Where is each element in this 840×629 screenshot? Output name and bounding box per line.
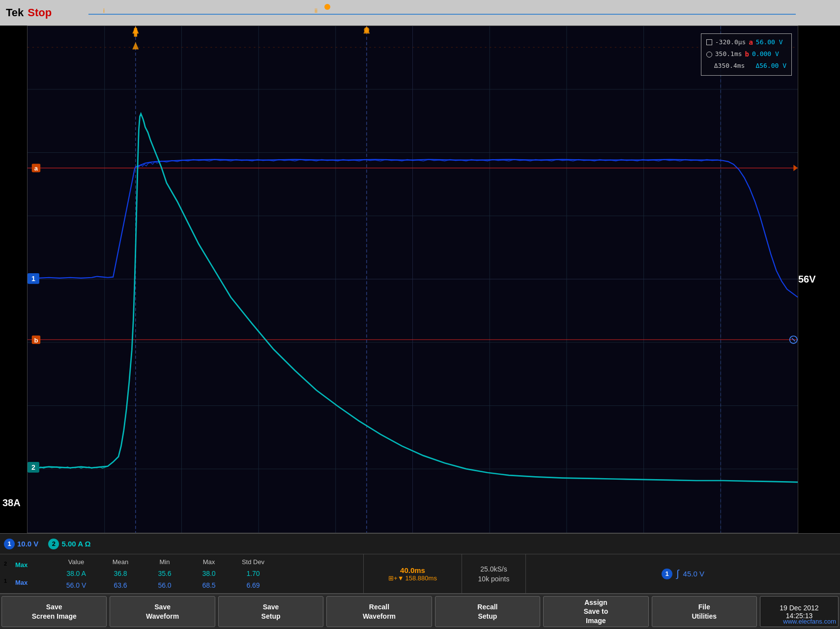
trigger-channel: 1 [662, 569, 672, 579]
save-waveform-button[interactable]: SaveWaveform [110, 596, 215, 627]
trigger-info: 1 ∫ 45.0 V [525, 554, 840, 593]
recall-waveform-button[interactable]: RecallWaveform [326, 596, 432, 627]
cursor-a-voltage: 56.00 V [756, 37, 783, 48]
cursor-a-icon [706, 39, 712, 45]
stats-labels: 2 Max 1 Max [0, 554, 49, 593]
channel-info-row: 1 10.0 V 2 5.00 A Ω [0, 534, 840, 554]
ch1-stat-type: Max [15, 579, 28, 586]
ch2-mean: 36.8 [98, 570, 143, 577]
cursor-b-voltage: 0.000 V [752, 49, 779, 59]
recall-setup-button[interactable]: RecallSetup [435, 596, 540, 627]
cursor-dot [324, 4, 330, 10]
ch2-stats-data: 38.0 A 36.8 35.6 38.0 1.70 [49, 570, 363, 577]
ch1-stats-label: 1 Max [4, 578, 45, 587]
ch1-scale: 10.0 V [17, 540, 38, 548]
stats-header: Value Mean Min Max Std Dev [49, 558, 363, 566]
ch1-min: 56.0 [143, 581, 187, 589]
cursor-b-icon [706, 52, 712, 57]
svg-rect-26 [134, 28, 138, 36]
ch1-max: 68.5 [187, 581, 231, 589]
ch1-stddev: 6.69 [231, 581, 275, 589]
col-max: Max [187, 558, 231, 566]
oscilloscope-screen: Tek Stop i ii 38A 56V -320.0μs a 56.00 V… [0, 0, 840, 629]
cursor-ii-marker: ii [315, 7, 318, 14]
voltage-label: 56V [798, 274, 838, 285]
ch2-max: 38.0 [187, 570, 231, 577]
file-utilities-button[interactable]: FileUtilities [652, 596, 757, 627]
ch1-mean: 63.6 [98, 581, 143, 589]
ch1-value: 56.0 V [54, 581, 98, 589]
delta-time: Δ350.4ms [706, 61, 745, 71]
cursor-b-time: 350.1ms [715, 49, 742, 59]
right-axis-labels: 56V [798, 26, 838, 533]
header-bar: Tek Stop i ii [0, 0, 840, 26]
brand-logo: Tek [6, 6, 24, 19]
bottom-bar: 1 10.0 V 2 5.00 A Ω 2 Max 1 Max [0, 533, 840, 629]
svg-text:a: a [34, 165, 38, 172]
trigger-level: 45.0 V [683, 570, 704, 578]
ch1-number: 1 [4, 539, 15, 549]
ch1-label-badge: 1 [4, 578, 13, 587]
col-min: Min [143, 558, 187, 566]
sample-info: 25.0kS/s 10k points [462, 554, 525, 593]
ch2-min: 35.6 [143, 570, 187, 577]
sample-rate: 25.0kS/s [480, 565, 507, 573]
svg-text:2: 2 [31, 463, 35, 471]
ch2-stats-label: 2 Max [4, 561, 45, 570]
left-axis-labels: 38A [2, 26, 26, 533]
ch1-tag: 1 10.0 V [4, 539, 38, 549]
ch1-stats-data: 56.0 V 63.6 56.0 68.5 6.69 [49, 581, 363, 589]
ch2-label-badge: 2 [4, 561, 13, 570]
ch2-stat-type: Max [15, 561, 28, 569]
grid-svg: a b 1 2 [28, 26, 798, 533]
col-value: Value [54, 558, 98, 566]
stats-row: 2 Max 1 Max Value Mean Min Max Std Dev 3… [0, 554, 840, 594]
save-setup-button[interactable]: SaveSetup [218, 596, 323, 627]
ch2-scale: 5.00 A Ω [61, 540, 90, 548]
stats-table: Value Mean Min Max Std Dev 38.0 A 36.8 3… [49, 554, 363, 593]
cursor-arrow: ⊞+▼ [388, 574, 404, 582]
time-info: 40.0ms ⊞+▼ 158.880ms [363, 554, 462, 593]
col-stddev: Std Dev [231, 558, 275, 566]
current-label: 38A [2, 497, 26, 509]
ch2-stddev: 1.70 [231, 570, 275, 577]
assign-save-button[interactable]: AssignSave toImage [543, 596, 648, 627]
time-div: 40.0ms [400, 566, 425, 574]
ch2-tag: 2 5.00 A Ω [48, 539, 90, 549]
ch2-number: 2 [48, 539, 59, 549]
svg-text:b: b [34, 337, 38, 344]
col-mean: Mean [98, 558, 143, 566]
svg-text:1: 1 [31, 275, 35, 283]
cursor-a-time: -320.0μs [715, 37, 746, 48]
ch2-value: 38.0 A [54, 570, 98, 577]
save-screen-button[interactable]: SaveScreen Image [1, 596, 107, 627]
cursor-b-label: b [745, 49, 749, 59]
delta-voltage: Δ56.00 V [748, 61, 786, 71]
cursor-delta: 158.880ms [406, 574, 437, 582]
cursor-i-marker: i [103, 7, 105, 14]
cursor-a-label: a [749, 37, 753, 48]
svg-point-29 [364, 27, 369, 32]
sample-points: 10k points [478, 575, 510, 583]
status-label: Stop [28, 6, 52, 19]
waveform-display: -320.0μs a 56.00 V 350.1ms b 0.000 V Δ35… [27, 26, 798, 533]
date-display: 19 Dec 2012 [780, 604, 818, 612]
measurement-box: -320.0μs a 56.00 V 350.1ms b 0.000 V Δ35… [701, 33, 792, 76]
watermark: www.elecfans.com [783, 618, 836, 625]
trigger-symbol: ∫ [676, 568, 679, 579]
buttons-row: SaveScreen Image SaveWaveform SaveSetup … [0, 594, 840, 629]
time-reference-line [88, 14, 796, 15]
